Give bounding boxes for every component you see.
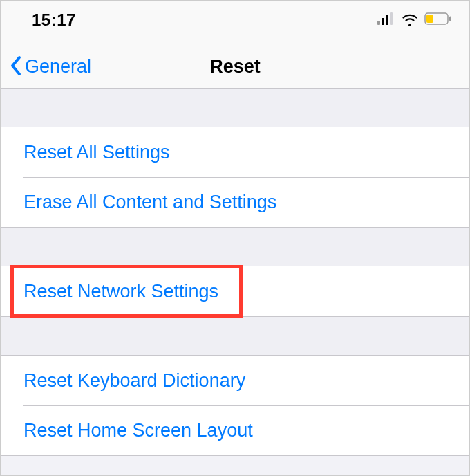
list-item-label: Reset Network Settings	[24, 281, 218, 302]
status-icons	[377, 12, 452, 28]
status-bar: 15:17	[1, 1, 469, 39]
wifi-icon	[401, 12, 419, 28]
reset-network-settings[interactable]: Reset Network Settings	[1, 266, 469, 316]
section-spacer	[1, 317, 469, 356]
cellular-signal-icon	[377, 12, 395, 28]
svg-rect-0	[377, 21, 380, 25]
navigation-bar: General Reset	[1, 39, 469, 89]
reset-all-settings[interactable]: Reset All Settings	[1, 127, 469, 177]
back-button[interactable]: General	[9, 55, 91, 80]
list-item-label: Reset Home Screen Layout	[24, 420, 253, 441]
reset-keyboard-dictionary[interactable]: Reset Keyboard Dictionary	[1, 356, 469, 405]
svg-rect-5	[426, 15, 433, 23]
list-item-label: Erase All Content and Settings	[24, 192, 276, 213]
list-item-label: Reset All Settings	[24, 142, 170, 163]
section-spacer	[1, 228, 469, 266]
svg-rect-6	[449, 16, 451, 21]
list-group-1: Reset All Settings Erase All Content and…	[1, 127, 469, 228]
svg-rect-3	[390, 12, 393, 25]
list-group-3: Reset Keyboard Dictionary Reset Home Scr…	[1, 356, 469, 456]
svg-rect-1	[382, 18, 384, 25]
battery-icon	[424, 12, 452, 28]
reset-home-screen-layout[interactable]: Reset Home Screen Layout	[1, 405, 469, 455]
section-spacer	[1, 89, 469, 127]
status-time: 15:17	[32, 10, 76, 30]
list-item-label: Reset Keyboard Dictionary	[24, 370, 245, 392]
chevron-left-icon	[9, 55, 23, 80]
back-label: General	[25, 56, 91, 77]
svg-rect-2	[386, 15, 388, 25]
list-group-2: Reset Network Settings	[1, 266, 469, 317]
erase-all-content[interactable]: Erase All Content and Settings	[1, 177, 469, 227]
